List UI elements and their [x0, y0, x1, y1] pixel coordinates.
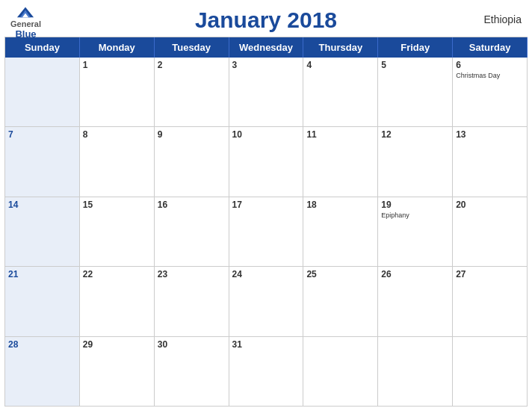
day-number: 29 [83, 339, 151, 350]
day-cell: 24 [229, 267, 304, 336]
day-number: 17 [232, 200, 300, 210]
holiday-name: Christmas Day [456, 72, 524, 80]
day-number: 27 [456, 269, 524, 279]
day-cell: 23 [155, 267, 229, 336]
day-number: 4 [306, 60, 374, 70]
day-cell: 13 [453, 127, 528, 197]
day-cell: 5 [378, 58, 453, 127]
logo-general: General [10, 19, 41, 28]
day-cell: 14 [5, 197, 80, 267]
day-cell [378, 337, 453, 407]
logo-area: General Blue [10, 6, 41, 40]
day-number: 12 [381, 129, 449, 140]
day-number: 8 [83, 129, 151, 140]
day-header-sunday: Sunday [5, 37, 80, 58]
day-cell: 31 [229, 337, 304, 407]
day-number: 6 [456, 60, 524, 70]
week-row-2: 78910111213 [5, 127, 528, 197]
day-cell: 28 [5, 337, 80, 407]
day-header-wednesday: Wednesday [229, 37, 304, 58]
day-cell: 7 [5, 127, 80, 197]
day-cell: 22 [80, 267, 155, 336]
day-number: 20 [456, 200, 524, 210]
day-cell: 9 [155, 127, 229, 197]
day-number: 22 [83, 269, 151, 279]
day-cell: 16 [155, 197, 229, 267]
day-number: 19 [381, 200, 449, 210]
day-cell: 18 [303, 197, 378, 267]
calendar-grid: SundayMondayTuesdayWednesdayThursdayFrid… [4, 37, 528, 407]
day-cell: 3 [229, 58, 304, 127]
day-cell: 8 [80, 127, 155, 197]
country-label: Ethiopia [483, 13, 522, 25]
weeks-container: 123456Christmas Day789101112131415161718… [5, 58, 528, 407]
week-row-1: 123456Christmas Day [5, 58, 528, 127]
day-cell: 12 [378, 127, 453, 197]
day-number: 5 [381, 60, 449, 70]
day-number: 18 [306, 200, 374, 210]
day-number: 28 [8, 339, 76, 350]
week-row-5: 28293031 [5, 337, 528, 407]
day-cell: 2 [155, 58, 229, 127]
day-cell: 15 [80, 197, 155, 267]
day-headers: SundayMondayTuesdayWednesdayThursdayFrid… [5, 37, 528, 58]
calendar-container: General Blue January 2018 Ethiopia Sunda… [0, 0, 532, 411]
day-number: 26 [381, 269, 449, 279]
day-cell: 10 [229, 127, 304, 197]
logo-icon [15, 6, 36, 19]
day-number: 2 [158, 60, 226, 70]
day-cell: 19Epiphany [378, 197, 453, 267]
logo-blue: Blue [15, 28, 36, 40]
day-cell: 4 [303, 58, 378, 127]
day-cell: 1 [80, 58, 155, 127]
day-header-monday: Monday [80, 37, 155, 58]
calendar-header: General Blue January 2018 Ethiopia [0, 0, 532, 37]
day-number: 7 [8, 129, 76, 140]
day-cell: 21 [5, 267, 80, 336]
day-header-thursday: Thursday [303, 37, 378, 58]
day-cell: 30 [155, 337, 229, 407]
day-number: 15 [83, 200, 151, 210]
day-number: 31 [232, 339, 300, 350]
day-number: 21 [8, 269, 76, 279]
day-cell: 26 [378, 267, 453, 336]
day-number: 24 [232, 269, 300, 279]
day-number: 1 [83, 60, 151, 70]
day-number: 11 [306, 129, 374, 140]
day-cell: 17 [229, 197, 304, 267]
day-cell: 20 [453, 197, 528, 267]
holiday-name: Epiphany [381, 211, 449, 220]
day-cell [453, 337, 528, 407]
day-number: 16 [158, 200, 226, 210]
day-cell [5, 58, 80, 127]
day-cell: 6Christmas Day [453, 58, 528, 127]
day-number: 25 [306, 269, 374, 279]
day-number: 30 [158, 339, 226, 350]
day-number: 13 [456, 129, 524, 140]
day-cell: 25 [303, 267, 378, 336]
day-cell: 11 [303, 127, 378, 197]
day-header-saturday: Saturday [453, 37, 528, 58]
day-number: 3 [232, 60, 300, 70]
day-number: 9 [158, 129, 226, 140]
day-number: 14 [8, 200, 76, 210]
day-header-friday: Friday [378, 37, 453, 58]
week-row-4: 21222324252627 [5, 267, 528, 336]
calendar-title: January 2018 [195, 7, 337, 33]
day-cell: 29 [80, 337, 155, 407]
day-cell: 27 [453, 267, 528, 336]
day-header-tuesday: Tuesday [155, 37, 229, 58]
day-number: 23 [158, 269, 226, 279]
week-row-3: 141516171819Epiphany20 [5, 197, 528, 267]
day-cell [303, 337, 378, 407]
day-number: 10 [232, 129, 300, 140]
